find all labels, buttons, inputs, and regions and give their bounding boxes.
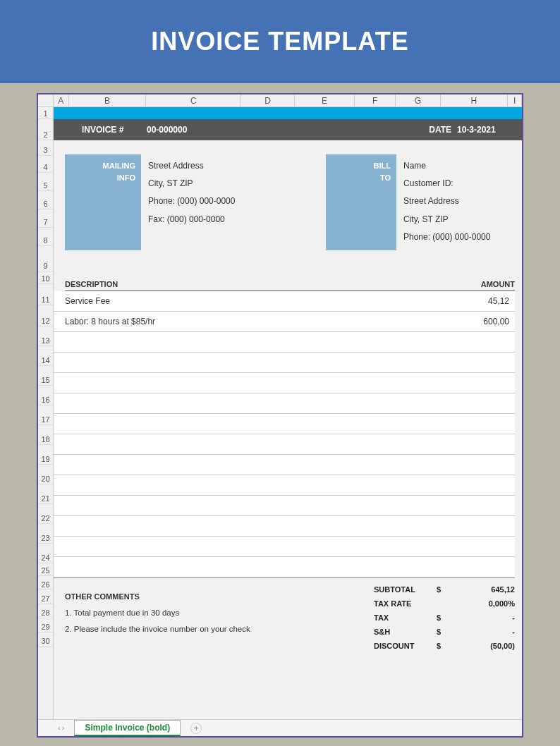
spreadsheet: A B C D E F G H I 1234567891011121314151… [37, 93, 523, 738]
mailing-line[interactable]: Phone: (000) 000-0000 [148, 192, 319, 210]
col-header-A[interactable]: A [54, 94, 69, 106]
line-item-row[interactable]: Labor: 8 hours at $85/hr600,00 [54, 312, 515, 332]
col-header-H[interactable]: H [441, 94, 508, 106]
line-item-row[interactable] [54, 557, 515, 577]
bill-to-box: BILL TO [326, 154, 396, 250]
line-item-row[interactable] [54, 455, 515, 475]
total-label: S&H [374, 628, 430, 636]
row-header-7[interactable]: 7 [38, 209, 53, 228]
row-header-26[interactable]: 26 [38, 576, 53, 590]
banner: INVOICE TEMPLATE [0, 0, 560, 83]
comment-line[interactable]: 2. Please include the invoice number on … [65, 621, 374, 637]
total-label: SUBTOTAL [374, 585, 430, 594]
line-item-row[interactable] [54, 475, 515, 496]
billto-line[interactable]: City, ST ZIP [403, 211, 516, 228]
row-header-1[interactable]: 1 [38, 107, 53, 119]
row-header-19[interactable]: 19 [38, 445, 53, 465]
col-header-G[interactable]: G [396, 94, 441, 106]
line-item-row[interactable] [54, 332, 515, 353]
sheet-tab-bar: ‹ › Simple Invoice (bold) + [38, 719, 522, 736]
line-item-row[interactable] [54, 434, 515, 455]
add-sheet-button[interactable]: + [190, 723, 202, 734]
line-item-row[interactable]: Service Fee45,12 [54, 291, 515, 312]
total-currency: $ [430, 613, 447, 622]
row-header-25[interactable]: 25 [38, 563, 53, 576]
billto-line[interactable]: Phone: (000) 000-0000 [403, 228, 516, 246]
total-value[interactable]: 0,000% [447, 599, 515, 608]
mailing-info-box: MAILING INFO [65, 154, 141, 250]
row-header-3[interactable]: 3 [38, 140, 53, 156]
row-headers: 1234567891011121314151617181920212223242… [38, 107, 54, 719]
billto-line[interactable]: Name [403, 157, 516, 175]
total-value[interactable]: 645,12 [447, 585, 515, 594]
row-header-22[interactable]: 22 [38, 504, 53, 524]
line-description[interactable]: Labor: 8 hours at $85/hr [65, 317, 453, 326]
row-header-12[interactable]: 12 [38, 305, 53, 326]
row-header-27[interactable]: 27 [38, 590, 53, 604]
col-header-F[interactable]: F [355, 94, 396, 106]
mailing-line[interactable]: City, ST ZIP [148, 175, 319, 192]
line-item-row[interactable] [54, 373, 515, 393]
row-header-24[interactable]: 24 [38, 544, 53, 563]
invoice-number-value[interactable]: 00-000000 [147, 125, 423, 135]
line-item-row[interactable] [54, 496, 515, 516]
row-header-30[interactable]: 30 [38, 632, 53, 647]
total-value[interactable]: (50,00) [447, 642, 515, 650]
total-row: SUBTOTAL$645,12 [374, 582, 515, 597]
total-label: TAX RATE [374, 599, 430, 608]
row-header-18[interactable]: 18 [38, 425, 53, 445]
sheet-content[interactable]: INVOICE # 00-000000 DATE 10-3-2021 MAILI… [54, 107, 522, 719]
billto-line[interactable]: Customer ID: [403, 175, 516, 192]
total-row: DISCOUNT$(50,00) [374, 639, 515, 653]
row-header-11[interactable]: 11 [38, 284, 53, 305]
row-header-17[interactable]: 17 [38, 405, 53, 425]
row-header-9[interactable]: 9 [38, 246, 53, 271]
row-header-5[interactable]: 5 [38, 173, 53, 191]
total-value[interactable]: - [447, 613, 515, 622]
row-header-6[interactable]: 6 [38, 191, 53, 209]
row-header-4[interactable]: 4 [38, 156, 53, 173]
row-header-15[interactable]: 15 [38, 366, 53, 386]
line-item-row[interactable] [54, 414, 515, 434]
invoice-date-value[interactable]: 10-3-2021 [457, 125, 513, 135]
tab-nav-arrows[interactable]: ‹ › [52, 724, 70, 732]
line-description[interactable]: Service Fee [65, 296, 453, 306]
row-header-23[interactable]: 23 [38, 524, 53, 544]
line-amount[interactable]: 600,00 [453, 317, 509, 326]
invoice-header-bar: INVOICE # 00-000000 DATE 10-3-2021 [54, 119, 522, 140]
mailing-line[interactable]: Street Address [148, 157, 319, 175]
col-header-I[interactable]: I [508, 94, 522, 106]
row-header-20[interactable]: 20 [38, 465, 53, 484]
row-header-10[interactable]: 10 [38, 271, 53, 284]
select-all-corner[interactable] [38, 94, 54, 106]
line-item-row[interactable] [54, 516, 515, 537]
billto-line[interactable]: Street Address [403, 192, 516, 210]
col-header-E[interactable]: E [295, 94, 355, 106]
col-header-C[interactable]: C [146, 94, 241, 106]
row-header-8[interactable]: 8 [38, 228, 53, 246]
row-header-29[interactable]: 29 [38, 618, 53, 632]
comments-section[interactable]: OTHER COMMENTS 1. Total payment due in 3… [54, 582, 374, 653]
row-header-13[interactable]: 13 [38, 326, 53, 346]
line-item-row[interactable] [54, 353, 515, 373]
row-header-21[interactable]: 21 [38, 484, 53, 504]
row-header-2[interactable]: 2 [38, 119, 53, 140]
comment-line[interactable]: 1. Total payment due in 30 days [65, 605, 374, 621]
line-amount[interactable]: 45,12 [453, 296, 509, 306]
line-item-row[interactable] [54, 393, 515, 414]
row-header-14[interactable]: 14 [38, 346, 53, 366]
total-value[interactable]: - [447, 628, 515, 636]
total-row: TAX$- [374, 611, 515, 625]
column-headers: A B C D E F G H I [38, 94, 522, 107]
mailing-line[interactable]: Fax: (000) 000-0000 [148, 211, 319, 228]
mailing-address[interactable]: Street Address City, ST ZIP Phone: (000)… [148, 154, 319, 250]
mailing-label-1: MAILING [65, 160, 135, 172]
col-header-B[interactable]: B [69, 94, 146, 106]
line-item-row[interactable] [54, 537, 515, 557]
row-header-28[interactable]: 28 [38, 604, 53, 618]
line-items[interactable]: Service Fee45,12Labor: 8 hours at $85/hr… [54, 291, 515, 577]
billto-address[interactable]: Name Customer ID: Street Address City, S… [403, 154, 516, 250]
row-header-16[interactable]: 16 [38, 386, 53, 405]
col-header-D[interactable]: D [241, 94, 295, 106]
tab-active[interactable]: Simple Invoice (bold) [74, 720, 181, 736]
